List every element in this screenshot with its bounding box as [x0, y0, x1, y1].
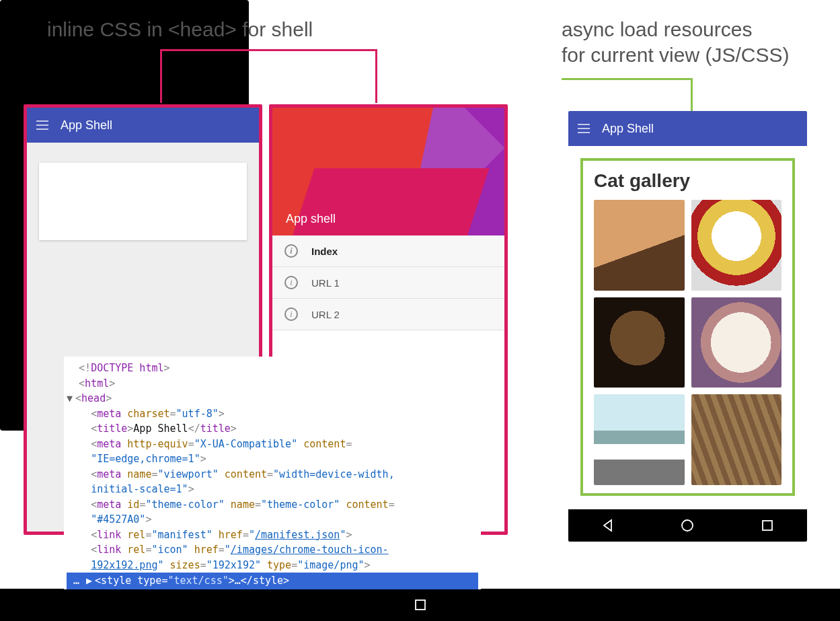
gallery-thumb[interactable]: [594, 297, 685, 388]
drawer-hero: App shell: [272, 108, 504, 235]
label-async-load: async load resources for current view (J…: [562, 17, 789, 67]
info-icon: i: [284, 307, 298, 321]
code-line: <title>App Shell</title>: [67, 421, 478, 437]
empty-card: [39, 163, 247, 240]
android-nav-bar: [568, 509, 807, 542]
code-line: <link rel="icon" href="/images/chrome-to…: [67, 542, 478, 558]
label-inline-css: inline CSS in <head> for shell: [47, 17, 313, 42]
gallery-thumb[interactable]: [691, 297, 782, 388]
code-line: initial-scale=1">: [67, 482, 478, 497]
code-line: <meta name="viewport" content="width=dev…: [67, 467, 478, 482]
async-content-highlight: Cat gallery: [580, 158, 795, 496]
android-recents-icon: [414, 598, 427, 612]
android-back-icon[interactable]: [601, 519, 615, 532]
app-title: App Shell: [61, 118, 112, 133]
code-line: "IE=edge,chrome=1">: [67, 451, 478, 467]
android-home-icon[interactable]: [680, 518, 695, 533]
gallery-title: Cat gallery: [594, 170, 781, 192]
code-line: <meta id="theme-color" name="theme-color…: [67, 497, 478, 513]
code-line: <html>: [67, 376, 478, 392]
svg-point-1: [682, 520, 693, 531]
code-line: <meta charset="utf-8">: [67, 406, 478, 422]
code-line-highlighted: …▶<style type="text/css">…</style>: [67, 573, 478, 589]
svg-rect-2: [763, 521, 772, 530]
hamburger-icon[interactable]: [578, 124, 590, 133]
code-line: <link rel="manifest" href="/manifest.jso…: [67, 527, 478, 543]
gallery-thumb[interactable]: [691, 200, 782, 291]
drawer-item-label: URL 2: [311, 309, 340, 320]
drawer-item-index[interactable]: i Index: [272, 235, 504, 267]
drawer-item-label: Index: [311, 246, 338, 257]
gallery-thumb[interactable]: [594, 200, 685, 291]
gallery-thumb[interactable]: [691, 394, 782, 485]
app-bar: App Shell: [568, 111, 807, 146]
code-line: ▼<head>: [67, 391, 478, 406]
phone-content-loaded: App Shell Cat gallery: [568, 111, 807, 542]
gallery-thumb[interactable]: [594, 394, 685, 485]
hamburger-icon[interactable]: [36, 120, 48, 130]
app-title: App Shell: [602, 122, 654, 136]
connector: [562, 78, 693, 80]
hero-label: App shell: [286, 212, 336, 226]
drawer-item-url2[interactable]: i URL 2: [272, 299, 504, 330]
drawer-item-url1[interactable]: i URL 1: [272, 267, 504, 299]
app-bar: App Shell: [27, 108, 259, 143]
connector: [375, 49, 377, 103]
image-gallery: [594, 200, 781, 485]
code-line: <!DOCTYPE html>: [67, 361, 478, 376]
info-icon: i: [284, 244, 298, 258]
code-line: "#4527A0">: [67, 512, 478, 527]
drawer-item-label: URL 1: [311, 277, 340, 289]
devtools-code-snippet: <!DOCTYPE html> <html> ▼<head> <meta cha…: [64, 357, 481, 589]
connector: [160, 49, 162, 103]
code-line: <meta http-equiv="X-UA-Compatible" conte…: [67, 437, 478, 452]
connector: [160, 49, 377, 51]
android-recents-icon[interactable]: [761, 519, 774, 532]
code-line: 192x192.png" sizes="192x192" type="image…: [67, 558, 478, 573]
info-icon: i: [284, 276, 298, 289]
svg-rect-0: [416, 600, 425, 610]
